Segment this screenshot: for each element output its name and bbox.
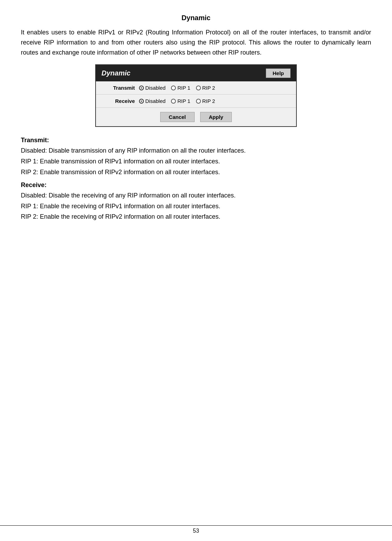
transmit-label: Transmit (101, 85, 139, 91)
apply-button[interactable]: Apply (200, 112, 232, 122)
receive-desc-rip1: RIP 1: Enable the receiving of RIPv1 inf… (21, 201, 371, 212)
buttons-row: Cancel Apply (96, 108, 296, 126)
receive-rip1-radio[interactable] (171, 99, 176, 104)
transmit-section-heading: Transmit: (21, 137, 371, 144)
transmit-rip1-label: RIP 1 (177, 85, 190, 91)
receive-desc-disabled: Disabled: Disable the receiving of any R… (21, 190, 371, 201)
receive-disabled-option[interactable]: Disabled (139, 98, 165, 104)
receive-disabled-label: Disabled (145, 98, 165, 104)
transmit-rip1-radio[interactable] (171, 86, 176, 90)
page-footer: 53 (0, 525, 392, 534)
ui-dialog-title: Dynamic (101, 69, 130, 77)
page-title: Dynamic (21, 14, 371, 22)
transmit-disabled-option[interactable]: Disabled (139, 85, 165, 91)
receive-rip2-radio[interactable] (196, 99, 201, 104)
receive-section-heading: Receive: (21, 181, 371, 189)
transmit-rip1-option[interactable]: RIP 1 (171, 85, 190, 91)
transmit-disabled-radio[interactable] (139, 86, 144, 90)
receive-desc-rip2: RIP 2: Enable the receiving of RIPv2 inf… (21, 211, 371, 222)
receive-row: Receive Disabled RIP 1 RIP 2 (96, 95, 296, 108)
page-number: 53 (193, 528, 199, 534)
receive-rip2-option[interactable]: RIP 2 (196, 98, 215, 104)
ui-body: Transmit Disabled RIP 1 RIP 2 Receive (96, 81, 296, 126)
help-button[interactable]: Help (266, 68, 291, 78)
transmit-rip2-radio[interactable] (196, 86, 201, 90)
intro-paragraph: It enables users to enable RIPv1 or RIPv… (21, 27, 371, 57)
transmit-disabled-label: Disabled (145, 85, 165, 91)
receive-rip1-label: RIP 1 (177, 98, 190, 104)
receive-label: Receive (101, 98, 139, 104)
transmit-desc-disabled: Disabled: Disable transmission of any RI… (21, 145, 371, 156)
receive-disabled-radio[interactable] (139, 99, 144, 104)
receive-rip2-label: RIP 2 (202, 98, 215, 104)
transmit-rip2-label: RIP 2 (202, 85, 215, 91)
receive-rip1-option[interactable]: RIP 1 (171, 98, 190, 104)
receive-options: Disabled RIP 1 RIP 2 (139, 98, 215, 104)
transmit-rip2-option[interactable]: RIP 2 (196, 85, 215, 91)
transmit-desc-rip1: RIP 1: Enable transmission of RIPv1 info… (21, 156, 371, 167)
transmit-row: Transmit Disabled RIP 1 RIP 2 (96, 81, 296, 95)
transmit-options: Disabled RIP 1 RIP 2 (139, 85, 215, 91)
cancel-button[interactable]: Cancel (160, 112, 195, 122)
ui-header: Dynamic Help (96, 65, 296, 81)
transmit-desc-rip2: RIP 2: Enable transmission of RIPv2 info… (21, 167, 371, 178)
ui-screenshot: Dynamic Help Transmit Disabled RIP 1 RIP… (95, 64, 297, 127)
